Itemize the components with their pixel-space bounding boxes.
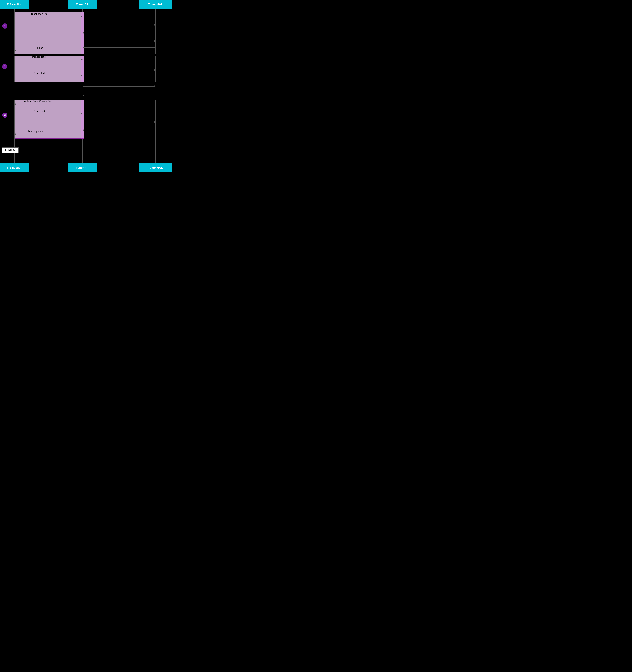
build-psi-label: build PSI (5, 149, 16, 151)
step1-circle: 1 (2, 23, 7, 29)
footer-hal-label: Tuner HAL (148, 166, 163, 170)
header-tis: TIS section (0, 0, 29, 9)
label-on-filter-event: onFilterEvent(SectionEvent) (24, 100, 54, 102)
sequence-diagram: TIS section Tuner API Tuner HAL TIS sect… (0, 0, 172, 172)
label-filter: Filter (37, 46, 43, 49)
divider-1 (0, 54, 172, 55)
header-api: Tuner API (68, 0, 97, 9)
label-filter-start: Filter.start (34, 72, 45, 74)
label-filter-configure: Filter.configure (31, 55, 47, 58)
header-tis-label: TIS section (7, 3, 22, 6)
footer-tis-label: TIS section (7, 166, 22, 170)
header-hal: Tuner HAL (139, 0, 172, 9)
section1-tis-box (15, 12, 82, 54)
footer-api: Tuner API (68, 163, 97, 172)
footer-hal: Tuner HAL (139, 163, 172, 172)
label-filter-output: filter output data (27, 130, 45, 133)
section3-api-box (81, 100, 84, 139)
build-psi-box: build PSI (2, 147, 19, 153)
label-open-filter: Tuner.openFilter (31, 13, 48, 15)
footer-tis: TIS section (0, 163, 29, 172)
black-gap (0, 83, 172, 100)
section3-tis-box (15, 100, 82, 139)
step3-circle: 3 (2, 113, 7, 118)
label-filter-read: Filter.read (34, 110, 45, 112)
footer-api-label: Tuner API (76, 166, 89, 170)
header-hal-label: Tuner HAL (148, 3, 163, 6)
step2-circle: 2 (2, 64, 7, 69)
divider-2 (0, 82, 172, 83)
header-api-label: Tuner API (76, 3, 89, 6)
